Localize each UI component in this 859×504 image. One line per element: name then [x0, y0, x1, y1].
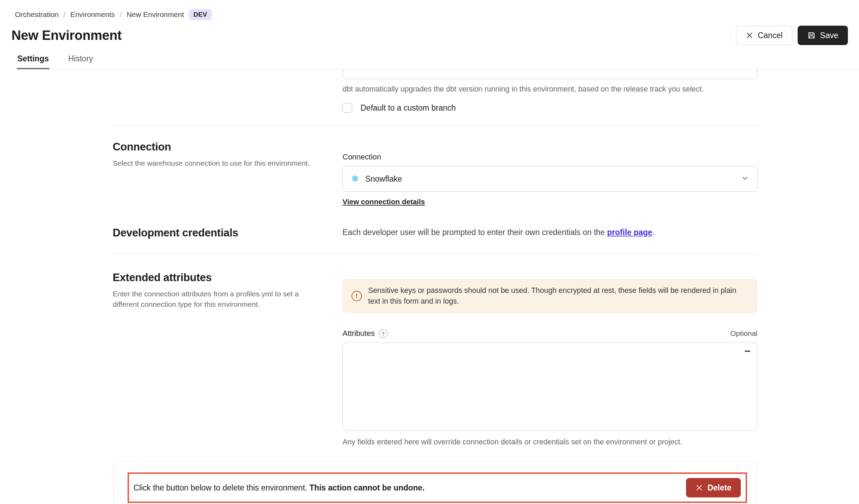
credentials-text: Each developer user will be prompted to … [342, 228, 757, 237]
credentials-text-before: Each developer user will be prompted to … [342, 228, 607, 237]
breadcrumb: Orchestration / Environments / New Envir… [0, 0, 859, 20]
breadcrumb-orchestration[interactable]: Orchestration [15, 10, 59, 19]
delete-warning-text: Click the button below to delete this en… [133, 483, 686, 493]
delete-warning-text-normal: Click the button below to delete this en… [133, 483, 310, 492]
sensitive-keys-warning: ! Sensitive keys or passwords should not… [342, 279, 757, 313]
header-actions: Cancel Save [736, 26, 848, 45]
release-track-input[interactable] [342, 69, 757, 79]
breadcrumb-separator: / [120, 10, 122, 19]
profile-page-link[interactable]: profile page [607, 228, 652, 237]
help-icon[interactable]: ? [379, 329, 388, 338]
warning-text: Sensitive keys or passwords should not b… [368, 285, 748, 307]
delete-warning-text-bold: This action cannot be undone. [310, 483, 425, 492]
breadcrumb-separator: / [63, 10, 66, 19]
collapse-icon[interactable]: − [744, 346, 750, 356]
extended-attributes-description: Enter the connection attributes from a p… [113, 289, 321, 310]
view-connection-details-link[interactable]: View connection details [342, 198, 425, 206]
snowflake-icon: ❄ [351, 174, 359, 184]
custom-branch-label: Default to a custom branch [361, 103, 456, 113]
page-header: New Environment Cancel Save [11, 26, 848, 45]
connection-heading: Connection [113, 141, 342, 153]
connection-field-label: Connection [342, 153, 757, 162]
environment-form: dbt automatically upgrades the dbt versi… [113, 69, 757, 504]
connection-description: Select the warehouse connection to use f… [113, 158, 314, 168]
cancel-button[interactable]: Cancel [736, 26, 792, 45]
tab-settings[interactable]: Settings [17, 54, 50, 69]
connection-select[interactable]: ❄ Snowflake [342, 166, 757, 192]
tab-history[interactable]: History [68, 54, 94, 69]
save-button-label: Save [820, 31, 838, 40]
credentials-section: Development credentials Each developer u… [113, 227, 757, 239]
attributes-textarea[interactable] [342, 342, 757, 431]
delete-highlight-box: Click the button below to delete this en… [128, 472, 747, 503]
credentials-heading: Development credentials [113, 227, 342, 239]
save-icon [807, 31, 816, 40]
attributes-label-row: Attributes ? Optional [342, 329, 757, 338]
cancel-button-label: Cancel [758, 31, 783, 40]
release-track-row: dbt automatically upgrades the dbt versi… [113, 69, 757, 113]
credentials-text-suffix: . [652, 228, 654, 237]
extended-attributes-section: Extended attributes Enter the connection… [113, 254, 757, 447]
page-title: New Environment [11, 28, 122, 43]
attributes-label: Attributes [342, 329, 375, 338]
delete-environment-card: Click the button below to delete this en… [113, 461, 757, 504]
delete-button[interactable]: Delete [686, 478, 741, 497]
close-icon [695, 484, 703, 492]
connection-select-value: Snowflake [365, 174, 741, 184]
breadcrumb-new-environment[interactable]: New Environment [127, 10, 184, 19]
attributes-editor: − [342, 342, 757, 432]
delete-button-label: Delete [708, 483, 731, 493]
warning-icon: ! [352, 291, 362, 301]
extended-attributes-heading: Extended attributes [113, 271, 342, 284]
chevron-down-icon [741, 174, 749, 183]
tab-bar: Settings History [17, 54, 859, 69]
optional-label: Optional [730, 329, 757, 338]
environment-type-badge: DEV [189, 9, 212, 20]
custom-branch-checkbox[interactable] [342, 103, 352, 113]
attributes-helper: Any fields entered here will override co… [342, 437, 757, 447]
connection-section: Connection Select the warehouse connecti… [113, 126, 757, 206]
release-track-helper: dbt automatically upgrades the dbt versi… [342, 84, 757, 94]
breadcrumb-environments[interactable]: Environments [70, 10, 115, 19]
custom-branch-row: Default to a custom branch [342, 103, 757, 113]
save-button[interactable]: Save [798, 26, 848, 45]
close-icon [746, 32, 753, 39]
